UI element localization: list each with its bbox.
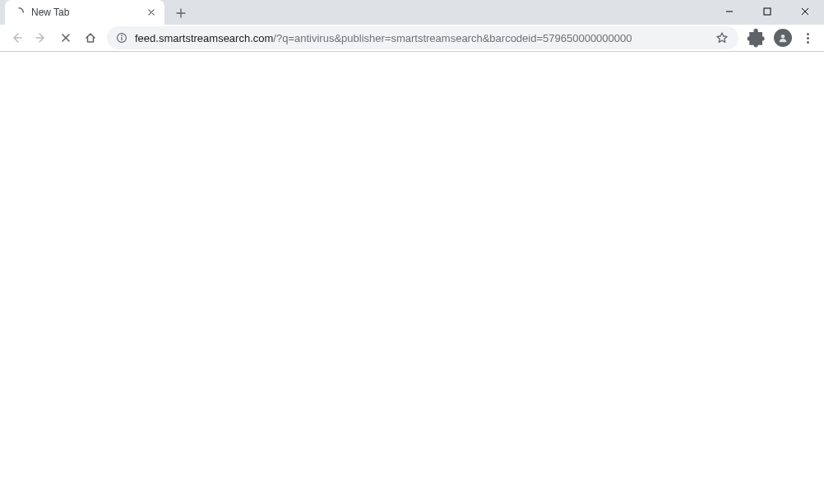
profile-button[interactable] <box>771 26 794 49</box>
home-button[interactable] <box>79 26 102 49</box>
arrow-right-icon <box>35 31 48 44</box>
home-icon <box>84 31 97 44</box>
site-info-button[interactable] <box>115 31 128 44</box>
back-button[interactable] <box>5 26 28 49</box>
minimize-icon <box>725 7 734 16</box>
close-window-button[interactable] <box>786 0 824 23</box>
tab-close-button[interactable] <box>145 6 158 19</box>
plus-icon <box>176 8 186 18</box>
tab-active[interactable]: New Tab <box>5 0 164 25</box>
tab-strip: New Tab <box>0 0 824 25</box>
extension-icon <box>745 26 768 49</box>
page-content <box>0 52 824 504</box>
avatar-icon <box>774 29 792 47</box>
maximize-button[interactable] <box>748 0 786 23</box>
arrow-left-icon <box>10 31 23 44</box>
loading-spinner-icon <box>13 7 25 18</box>
close-icon <box>801 7 809 16</box>
star-icon <box>715 31 729 44</box>
extensions-button[interactable] <box>745 26 768 49</box>
browser-chrome: New Tab <box>0 0 824 52</box>
minimize-button[interactable] <box>711 0 748 23</box>
svg-point-2 <box>121 35 123 37</box>
url-text: feed.smartstreamsearch.com/?q=antivirus&… <box>135 32 714 44</box>
dot-icon <box>807 41 809 44</box>
svg-rect-0 <box>764 8 771 15</box>
dot-icon <box>807 37 809 39</box>
close-icon <box>59 31 72 44</box>
bookmark-button[interactable] <box>714 30 730 46</box>
info-icon <box>116 32 127 44</box>
url-domain: feed.smartstreamsearch.com <box>135 32 273 44</box>
svg-point-3 <box>781 35 785 39</box>
dot-icon <box>807 33 809 35</box>
new-tab-button[interactable] <box>169 2 192 25</box>
window-controls <box>711 0 824 23</box>
close-icon <box>148 9 155 16</box>
menu-button[interactable] <box>796 26 819 49</box>
tab-title: New Tab <box>31 7 145 18</box>
stop-reload-button[interactable] <box>54 26 77 49</box>
maximize-icon <box>763 7 771 16</box>
toolbar: feed.smartstreamsearch.com/?q=antivirus&… <box>0 25 824 51</box>
url-path: /?q=antivirus&publisher=smartstreamsearc… <box>273 32 632 44</box>
forward-button[interactable] <box>30 26 53 49</box>
address-bar[interactable]: feed.smartstreamsearch.com/?q=antivirus&… <box>107 26 738 49</box>
